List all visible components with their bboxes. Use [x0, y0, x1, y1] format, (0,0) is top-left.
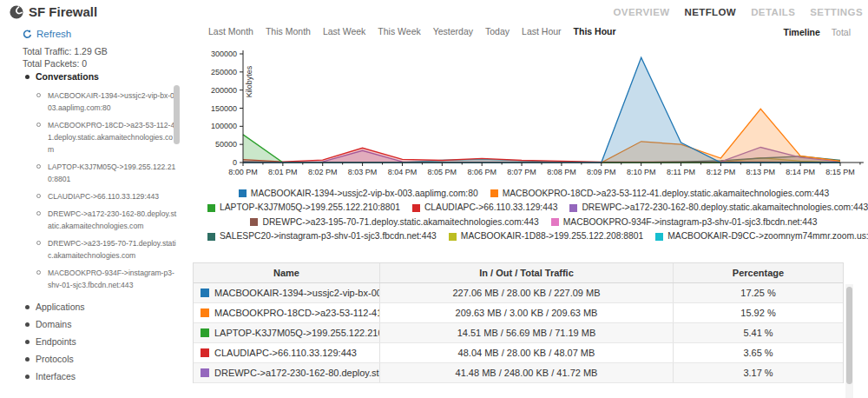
chart-axis-label: 8:14 PM [786, 168, 815, 176]
legend-row: MACBOOKAIR-1394->ussjc2-vip-bx-003.aapli… [201, 186, 866, 201]
sidebar-item-domains[interactable]: Domains [0, 315, 181, 333]
chart-axis-label: 8:07 PM [507, 168, 536, 176]
range-tab-this-week[interactable]: This Week [378, 26, 420, 36]
legend-swatch-icon [655, 233, 663, 241]
row-name-label: MACBOOKPRO-18CD->a23-53-112-41.... [214, 308, 380, 318]
chart-axis-label: 8:09 PM [587, 168, 616, 176]
range-tab-this-hour[interactable]: This Hour [574, 26, 616, 36]
nav-tab-netflow[interactable]: NETFLOW [684, 7, 736, 17]
conversation-item[interactable]: DREWPC->a23-195-70-71.deploy.static.akam… [0, 235, 181, 264]
row-name-label: DREWPC->a172-230-162-80.deploy.sta... [214, 368, 380, 378]
legend-item[interactable]: MACBOOKAIR-D9CC->zoomnym74mmr.zoom.us:88… [655, 229, 868, 243]
chart-axis-label: Kilobytes [245, 65, 253, 97]
page-title: SF Firewall [29, 4, 97, 19]
column-header-traffic[interactable]: In / Out / Total Traffic [380, 263, 674, 282]
table-header-row: Name In / Out / Total Traffic Percentage [194, 263, 843, 283]
legend-item[interactable]: LAPTOP-K3J7M05Q->199.255.122.210:8801 [207, 201, 400, 215]
conversation-item[interactable]: MACBOOKPRO-934F->instagram-p3-shv-01-sjc… [0, 264, 181, 294]
table-cell-name: CLAUDIAPC->66.110.33.129:443 [194, 343, 380, 362]
nav-tab-overview[interactable]: OVERVIEW [613, 7, 669, 17]
table-cell-traffic: 209.63 MB / 3.00 KB / 209.63 MB [380, 303, 674, 322]
table-row[interactable]: LAPTOP-K3J7M05Q->199.255.122.210:...14.5… [194, 323, 843, 343]
sidebar-item-label: Endpoints [36, 336, 76, 347]
sidebar-item-protocols[interactable]: Protocols [0, 350, 181, 368]
conversation-item[interactable]: MACBOOKPRO-18CD->a23-53-112-41.deploy.st… [0, 116, 181, 158]
table-scrollbar-thumb[interactable] [846, 287, 852, 384]
chart-axis-label: 50000 [215, 140, 237, 149]
conversation-item[interactable]: DREWPC->a172-230-162-80.deploy.static.ak… [0, 205, 181, 235]
legend-item[interactable]: MACBOOKPRO-934F->instagram-p3-shv-01-sjc… [551, 216, 818, 229]
nav-tab-settings[interactable]: SETTINGS [810, 7, 863, 17]
circle-bullet-icon [36, 194, 41, 198]
view-tab-total[interactable]: Total [832, 27, 851, 37]
header: SF Firewall OVERVIEWNETFLOWDETAILSSETTIN… [0, 0, 868, 24]
table-cell-name: MACBOOKAIR-1394->ussjc2-vip-bx-00... [194, 283, 380, 302]
table-cell-traffic: 14.51 MB / 56.69 MB / 71.19 MB [380, 323, 674, 342]
refresh-button[interactable]: Refresh [23, 29, 71, 39]
table-cell-name: MACBOOKPRO-18CD->a23-53-112-41.... [194, 303, 380, 322]
sidebar-item-applications[interactable]: Applications [0, 298, 181, 315]
range-tab-last-month[interactable]: Last Month [208, 26, 253, 36]
legend-item[interactable]: MACBOOKAIR-1D88->199.255.122.208:8801 [449, 229, 643, 243]
range-tab-last-hour[interactable]: Last Hour [522, 26, 562, 36]
row-swatch-icon [201, 289, 209, 297]
conversation-item[interactable]: LAPTOP-K3J7M05Q->199.255.122.210:8801 [0, 158, 181, 188]
chart-axis-label: 8:08 PM [547, 168, 576, 176]
conversation-label: CLAUDIAPC->66.110.33.129:443 [48, 192, 159, 201]
legend-item[interactable]: MACBOOKPRO-18CD->a23-53-112-41.deploy.st… [490, 187, 830, 201]
conversation-label: DREWPC->a23-195-70-71.deploy.static.akam… [48, 239, 176, 260]
bullet-icon [25, 340, 30, 344]
conversation-item[interactable]: CLAUDIAPC->66.110.33.129:443 [0, 188, 181, 205]
sidebar-scrollbar-thumb[interactable] [174, 85, 180, 144]
table-row[interactable]: MACBOOKAIR-1394->ussjc2-vip-bx-00...227.… [194, 283, 843, 303]
chart-axis-label: 8:10 PM [627, 168, 656, 176]
refresh-icon [23, 30, 32, 39]
row-swatch-icon [201, 308, 209, 317]
sidebar-item-endpoints[interactable]: Endpoints [0, 333, 181, 350]
chart-svg: 0500001000001500002000002500003000008:00… [201, 47, 866, 184]
legend-item[interactable]: SALESPC20->instagram-p3-shv-01-sjc3.fbcd… [207, 229, 437, 243]
legend-item[interactable]: DREWPC->a23-195-70-71.deploy.static.akam… [250, 216, 538, 229]
view-toggle: TimelineTotal [783, 27, 851, 37]
range-tab-last-week[interactable]: Last Week [323, 26, 365, 36]
range-tab-yesterday[interactable]: Yesterday [433, 26, 473, 36]
bullet-icon [25, 75, 30, 79]
sidebar-item-label: Applications [36, 302, 85, 312]
nav-tab-details[interactable]: DETAILS [751, 7, 795, 17]
table-row[interactable]: DREWPC->a172-230-162-80.deploy.sta...41.… [194, 363, 843, 383]
chart-axis-label: 300000 [211, 50, 237, 58]
conversation-label: MACBOOKAIR-1394->ussjc2-vip-bx-003.aapli… [48, 91, 174, 112]
legend-label: MACBOOKAIR-1394->ussjc2-vip-bx-003.aapli… [251, 187, 478, 201]
legend-row: LAPTOP-K3J7M05Q->199.255.122.210:8801CLA… [201, 201, 866, 216]
table-cell-name: DREWPC->a172-230-162-80.deploy.sta... [194, 363, 380, 382]
conversation-item[interactable]: MACBOOKAIR-1394->ussjc2-vip-bx-003.aapli… [0, 87, 181, 116]
table-cell-traffic: 48.04 MB / 28.00 KB / 48.07 MB [380, 343, 674, 362]
sidebar-sections: ApplicationsDomainsEndpointsProtocolsInt… [0, 298, 181, 385]
legend-swatch-icon [239, 189, 247, 197]
range-tab-this-month[interactable]: This Month [266, 26, 311, 36]
refresh-label: Refresh [36, 29, 71, 39]
chart-axis-label: 8:02 PM [308, 168, 338, 176]
table-cell-percentage: 3.65 % [674, 343, 843, 362]
legend-item[interactable]: CLAUDIAPC->66.110.33.129:443 [412, 201, 558, 215]
range-tab-today[interactable]: Today [485, 26, 510, 36]
table-row[interactable]: CLAUDIAPC->66.110.33.129:44348.04 MB / 2… [194, 343, 843, 363]
table-cell-percentage: 5.41 % [674, 323, 843, 342]
sidebar-item-interfaces[interactable]: Interfaces [0, 368, 181, 385]
table-row[interactable]: MACBOOKPRO-18CD->a23-53-112-41....209.63… [194, 303, 843, 323]
conversation-label: MACBOOKPRO-18CD->a23-53-112-41.deploy.st… [48, 121, 174, 154]
view-tab-timeline[interactable]: Timeline [783, 27, 819, 37]
column-header-percentage[interactable]: Percentage [674, 263, 843, 282]
legend-item[interactable]: MACBOOKAIR-1394->ussjc2-vip-bx-003.aapli… [239, 187, 478, 201]
legend-swatch-icon [207, 204, 215, 212]
table-cell-traffic: 41.48 MB / 248.00 KB / 41.72 MB [380, 363, 674, 382]
legend-swatch-icon [490, 189, 498, 197]
legend-item[interactable]: DREWPC->a172-230-162-80.deploy.static.ak… [569, 201, 868, 215]
conversation-label: MACBOOKPRO-934F->instagram-p3-shv-01-sjc… [48, 269, 174, 289]
circle-bullet-icon [36, 93, 41, 97]
legend-label: LAPTOP-K3J7M05Q->199.255.122.210:8801 [220, 201, 400, 215]
chart-axis-label: 8:12 PM [707, 168, 736, 176]
tree-node-conversations[interactable]: Conversations [0, 71, 181, 82]
circle-bullet-icon [36, 123, 41, 127]
column-header-name[interactable]: Name [194, 263, 380, 282]
